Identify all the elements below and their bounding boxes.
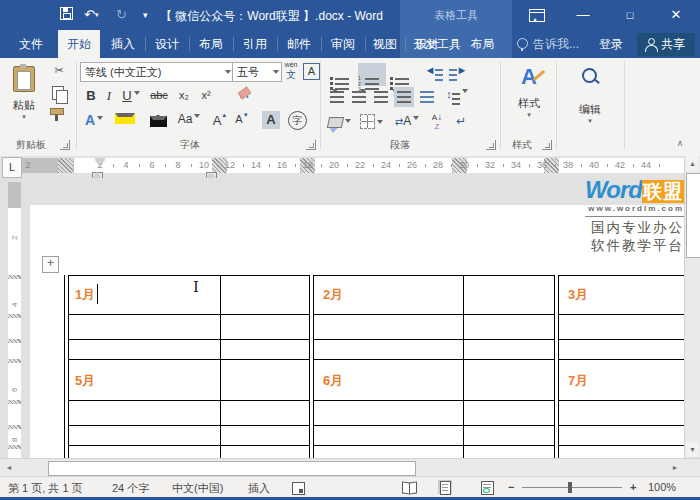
scroll-down-button[interactable]: ▼: [686, 442, 699, 457]
font-color-button[interactable]: A: [146, 112, 170, 127]
table-cell-month[interactable]: 1月: [75, 286, 95, 304]
enclose-characters-button[interactable]: 字: [288, 111, 307, 130]
insert-mode-indicator[interactable]: 插入: [248, 481, 270, 496]
asian-layout-button[interactable]: ⇄A: [392, 114, 422, 128]
font-dialog-launcher[interactable]: [306, 140, 316, 150]
language-indicator[interactable]: 中文(中国): [172, 481, 223, 496]
font-name-combo[interactable]: 等线 (中文正文): [80, 62, 234, 82]
table-cell-month[interactable]: 2月: [323, 286, 343, 304]
tab-mailings[interactable]: 邮件: [278, 30, 320, 58]
page-indicator[interactable]: 第 1 页, 共 1 页: [8, 481, 83, 496]
sort-button[interactable]: A↓ Z: [428, 112, 446, 131]
character-border-button[interactable]: A: [303, 63, 320, 80]
italic-button[interactable]: I: [104, 88, 114, 104]
document-table[interactable]: 1月 2月 3月 5月 6月 7月 I: [65, 275, 684, 458]
character-shading-button[interactable]: A: [262, 111, 280, 129]
sign-in-button[interactable]: 登录: [594, 30, 628, 58]
change-case-button[interactable]: Aa: [176, 112, 202, 126]
bullets-button[interactable]: [330, 66, 356, 102]
zoom-level[interactable]: 100%: [648, 481, 676, 493]
bold-button[interactable]: B: [84, 88, 98, 103]
undo-button[interactable]: ↶▾: [84, 7, 98, 23]
styles-button[interactable]: A 样式 ▾: [506, 64, 552, 134]
tab-insert[interactable]: 插入: [102, 30, 144, 58]
tab-file[interactable]: 文件: [8, 30, 54, 58]
table-cell-month[interactable]: 3月: [568, 286, 588, 304]
show-hide-marks-button[interactable]: ↵: [452, 114, 470, 128]
document-area[interactable]: 2 4 6 8 1月 2月: [0, 178, 700, 458]
tab-home[interactable]: 开始: [58, 30, 100, 58]
highlight-color-button[interactable]: ab: [112, 112, 138, 124]
align-left-button[interactable]: [330, 91, 344, 93]
clear-formatting-button[interactable]: A: [232, 86, 256, 101]
subscript-button[interactable]: x₂: [176, 89, 192, 101]
scroll-up-button[interactable]: ▲: [686, 156, 699, 171]
cut-button[interactable]: ✂: [48, 64, 70, 80]
table-cell-month[interactable]: 5月: [75, 372, 95, 390]
align-right-button[interactable]: [374, 91, 388, 93]
line-spacing-button[interactable]: ↕: [444, 88, 470, 100]
read-mode-button[interactable]: [402, 480, 416, 494]
paste-button[interactable]: 粘贴 ▾: [6, 62, 42, 136]
paragraph-dialog-launcher[interactable]: [486, 140, 496, 150]
minimize-button[interactable]: —: [574, 6, 592, 24]
table-cell-month[interactable]: 6月: [323, 372, 343, 390]
align-center-button[interactable]: [352, 91, 366, 93]
vertical-scrollbar-thumb[interactable]: [686, 173, 700, 258]
superscript-button[interactable]: x²: [198, 89, 214, 101]
web-layout-button[interactable]: [480, 480, 494, 494]
text-effects-button[interactable]: A: [82, 112, 106, 128]
styles-dialog-launcher[interactable]: [542, 140, 552, 150]
justify-button[interactable]: [394, 87, 414, 107]
zoom-out-button[interactable]: −: [508, 481, 514, 493]
distribute-button[interactable]: [420, 91, 434, 93]
font-size-combo[interactable]: 五号: [232, 62, 282, 82]
macro-record-icon[interactable]: [292, 482, 305, 495]
tab-layout[interactable]: 布局: [190, 30, 232, 58]
tab-references[interactable]: 引用: [234, 30, 276, 58]
tab-design[interactable]: 设计: [146, 30, 188, 58]
save-button[interactable]: [60, 7, 73, 23]
close-button[interactable]: ✕: [667, 6, 685, 24]
tab-table-layout[interactable]: 布局: [460, 30, 505, 58]
grow-font-button[interactable]: A▲: [212, 112, 228, 128]
decrease-indent-button[interactable]: ◄: [424, 64, 444, 76]
horizontal-scrollbar[interactable]: ◄ ►: [0, 458, 700, 477]
vertical-scrollbar[interactable]: ▲ ▼: [684, 156, 700, 457]
collapse-ribbon-button[interactable]: ∧: [672, 138, 688, 148]
tab-review[interactable]: 审阅: [322, 30, 364, 58]
scroll-right-button[interactable]: ►: [668, 460, 682, 475]
clipboard-dialog-launcher[interactable]: [60, 140, 70, 150]
borders-button[interactable]: [360, 114, 386, 133]
zoom-slider-track[interactable]: [522, 487, 622, 488]
share-button[interactable]: 共享: [637, 33, 695, 56]
ribbon-display-options-button[interactable]: [528, 6, 546, 24]
strikethrough-button[interactable]: abc: [148, 89, 170, 101]
print-layout-button[interactable]: [438, 480, 452, 494]
format-painter-button[interactable]: [50, 108, 64, 115]
table-cell-month[interactable]: 7月: [568, 372, 588, 390]
shading-button[interactable]: [328, 114, 356, 132]
scroll-left-button[interactable]: ◄: [2, 460, 16, 475]
vertical-ruler[interactable]: 2 4 6 8: [8, 182, 21, 458]
phonetic-guide-button[interactable]: wén 文: [282, 60, 300, 80]
redo-button[interactable]: ↻: [116, 7, 127, 23]
shrink-font-button[interactable]: A▼: [234, 112, 250, 125]
word-count[interactable]: 24 个字: [112, 481, 149, 496]
qat-customize-button[interactable]: ▾: [143, 7, 148, 23]
zoom-in-button[interactable]: +: [630, 481, 636, 493]
table-move-handle[interactable]: +: [42, 256, 59, 273]
tab-table-design[interactable]: 设计: [405, 30, 450, 58]
tab-view[interactable]: 视图: [366, 30, 404, 58]
underline-button[interactable]: U: [120, 88, 142, 103]
tell-me-box[interactable]: 告诉我...: [531, 30, 581, 58]
zoom-slider-thumb[interactable]: [568, 482, 572, 493]
horizontal-scrollbar-thumb[interactable]: [48, 461, 416, 476]
table-column-marker[interactable]: [58, 158, 73, 173]
increase-indent-button[interactable]: ►: [448, 64, 468, 76]
tab-selector[interactable]: L: [2, 157, 22, 178]
horizontal-ruler[interactable]: 2 24681012141618202224262830323436384042…: [22, 158, 684, 173]
maximize-button[interactable]: □: [621, 6, 639, 24]
editing-button[interactable]: 编辑 ▾: [566, 64, 614, 134]
numbering-button[interactable]: [358, 63, 386, 86]
